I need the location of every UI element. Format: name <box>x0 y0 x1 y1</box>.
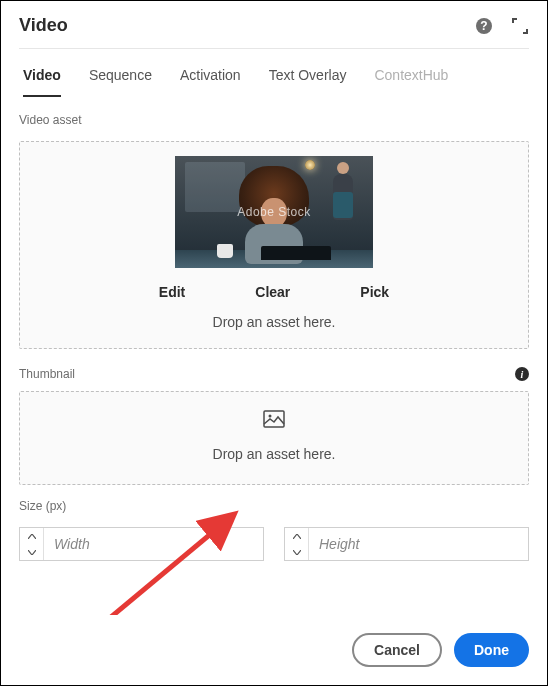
height-step-up[interactable] <box>285 528 308 544</box>
svg-text:?: ? <box>480 19 487 33</box>
thumbnail-section-header: Thumbnail i <box>19 367 529 381</box>
video-dialog: Video ? Video Sequence Activation Text O… <box>0 0 548 686</box>
video-asset-label: Video asset <box>19 113 529 127</box>
done-button[interactable]: Done <box>454 633 529 667</box>
width-field <box>19 527 264 561</box>
svg-text:i: i <box>521 369 524 380</box>
image-placeholder-icon <box>263 410 285 432</box>
thumbnail-dropzone[interactable]: Drop an asset here. <box>19 391 529 485</box>
tab-activation[interactable]: Activation <box>180 67 241 97</box>
tab-text-overlay[interactable]: Text Overlay <box>269 67 347 97</box>
svg-point-5 <box>269 415 272 418</box>
thumbnail-drop-text: Drop an asset here. <box>213 446 336 462</box>
height-field <box>284 527 529 561</box>
video-asset-dropzone[interactable]: Adobe Stock Edit Clear Pick Drop an asse… <box>19 141 529 349</box>
thumbnail-label: Thumbnail <box>19 367 75 381</box>
height-input[interactable] <box>309 528 528 560</box>
height-step-down[interactable] <box>285 544 308 560</box>
header-actions: ? <box>475 17 529 35</box>
width-step-up[interactable] <box>20 528 43 544</box>
size-label: Size (px) <box>19 499 529 513</box>
edit-button[interactable]: Edit <box>159 284 185 300</box>
cancel-button[interactable]: Cancel <box>352 633 442 667</box>
tab-contexthub: ContextHub <box>374 67 448 97</box>
info-icon[interactable]: i <box>515 367 529 381</box>
width-step-down[interactable] <box>20 544 43 560</box>
dialog-footer: Cancel Done <box>1 615 547 685</box>
fullscreen-icon[interactable] <box>511 17 529 35</box>
dialog-header: Video ? <box>1 1 547 48</box>
stock-watermark: Adobe Stock <box>237 205 311 219</box>
width-stepper <box>20 528 44 560</box>
tab-bar: Video Sequence Activation Text Overlay C… <box>1 49 547 97</box>
width-input[interactable] <box>44 528 263 560</box>
svg-rect-4 <box>264 411 284 427</box>
pick-button[interactable]: Pick <box>360 284 389 300</box>
size-row <box>19 527 529 561</box>
video-drop-text: Drop an asset here. <box>213 314 336 330</box>
dialog-body: Video asset Adobe Stock Edit Clear Pick <box>1 97 547 615</box>
asset-actions: Edit Clear Pick <box>159 284 389 300</box>
dialog-title: Video <box>19 15 475 36</box>
video-asset-thumbnail[interactable]: Adobe Stock <box>175 156 373 268</box>
clear-button[interactable]: Clear <box>255 284 290 300</box>
tab-sequence[interactable]: Sequence <box>89 67 152 97</box>
help-icon[interactable]: ? <box>475 17 493 35</box>
height-stepper <box>285 528 309 560</box>
tab-video[interactable]: Video <box>23 67 61 97</box>
